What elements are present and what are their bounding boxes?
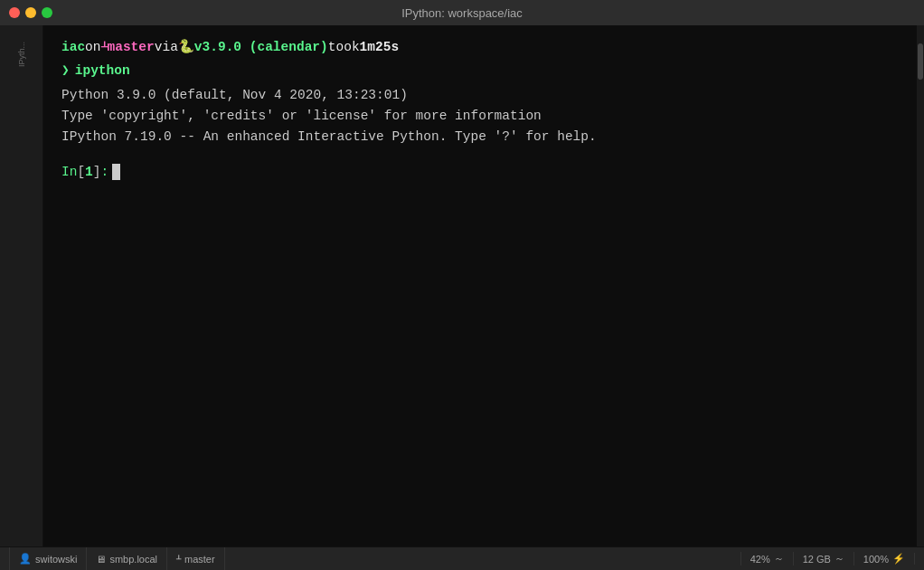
python-version-line: Python 3.9.0 (default, Nov 4 2020, 13:23… (61, 85, 899, 106)
flash-icon: ⚡ (892, 553, 905, 565)
terminal[interactable]: iac on ᚆ master via 🐍 v3.9.0 (calendar) … (43, 25, 917, 546)
status-cpu: 42% ～ (740, 552, 794, 565)
ipython-info-text: IPython 7.19.0 -- An enhanced Interactiv… (61, 129, 597, 144)
status-user: 👤 switowski (9, 547, 87, 570)
maximize-button[interactable] (42, 7, 52, 18)
cursor (112, 164, 120, 180)
status-memory: 12 GB ～ (794, 552, 854, 565)
shell-prompt-line: iac on ᚆ master via 🐍 v3.9.0 (calendar) … (61, 38, 899, 58)
python-icon: 🐍 (178, 38, 194, 58)
statusbar: 👤 switowski 🖥 smbp.local ᚆ master 42% ～ … (0, 546, 924, 570)
scrollbar-thumb[interactable] (918, 43, 923, 80)
branch-name: master (108, 38, 155, 58)
python-version: v3.9.0 (calendar) (194, 38, 328, 58)
command-line: ❯ ipython (61, 62, 899, 81)
on-text: on (85, 38, 100, 58)
close-button[interactable] (9, 7, 20, 18)
cpu-graph: ～ (774, 552, 784, 565)
elapsed-time: 1m25s (360, 38, 400, 58)
sidebar: IPyth... (0, 25, 43, 546)
command-text: ipython (75, 62, 130, 81)
hostname: smbp.local (109, 554, 157, 565)
type-info-line: Type 'copyright', 'credits' or 'license'… (61, 106, 899, 127)
titlebar: IPython: workspace/iac (0, 0, 924, 25)
took-text: took (328, 38, 360, 58)
status-right: 42% ～ 12 GB ～ 100% ⚡ (740, 552, 915, 565)
user-icon: 👤 (19, 553, 32, 565)
via-text: via (155, 38, 178, 58)
traffic-lights (9, 7, 52, 18)
ipython-input-prompt[interactable]: In [ 1 ] : (61, 164, 899, 180)
cpu-label: 42% (750, 554, 770, 565)
username: switowski (35, 554, 77, 565)
mem-graph: ～ (834, 552, 844, 565)
bracket-open: [ (77, 165, 85, 179)
window-title: IPython: workspace/iac (401, 6, 523, 20)
prompt-arrow: ❯ (61, 62, 70, 81)
sidebar-label: IPyth... (17, 42, 26, 67)
monitor-icon: 🖥 (96, 554, 106, 565)
status-host: 🖥 smbp.local (87, 547, 167, 570)
battery-label: 100% (863, 554, 889, 565)
git-icon: ᚆ (176, 553, 181, 565)
colon: : (101, 165, 109, 179)
scrollbar[interactable] (917, 25, 924, 546)
python-version-info: Python 3.9.0 (default, Nov 4 2020, 13:23… (61, 88, 408, 102)
directory-name: iac (61, 38, 85, 58)
status-branch: ᚆ master (167, 547, 225, 570)
type-info-text: Type 'copyright', 'credits' or 'license'… (61, 109, 542, 123)
memory-label: 12 GB (803, 554, 831, 565)
input-number: 1 (85, 165, 93, 179)
git-branch: master (184, 554, 215, 565)
ipython-info-line: IPython 7.19.0 -- An enhanced Interactiv… (61, 127, 899, 147)
minimize-button[interactable] (25, 7, 36, 18)
in-label: In (61, 165, 77, 179)
main-container: IPyth... iac on ᚆ master via 🐍 v3.9.0 (c… (0, 25, 924, 546)
branch-icon: ᚆ (101, 38, 108, 58)
bracket-close: ] (93, 165, 101, 179)
status-battery: 100% ⚡ (854, 553, 915, 565)
